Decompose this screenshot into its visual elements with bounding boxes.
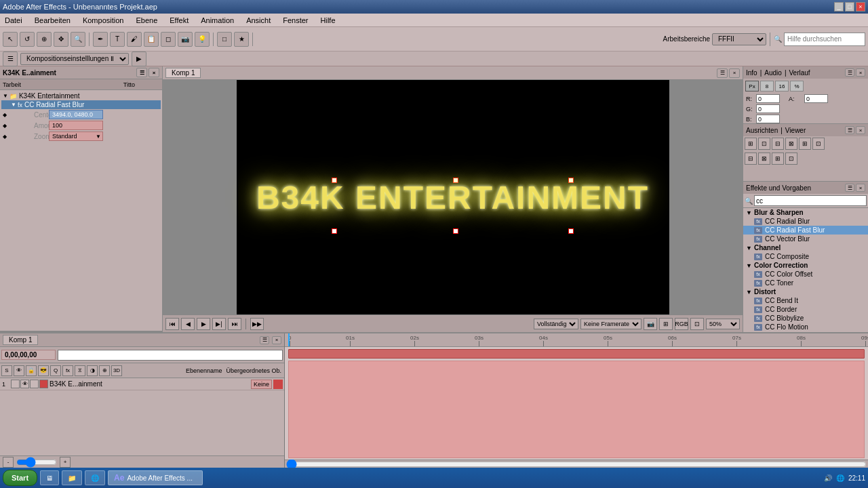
menu-effekt[interactable]: Effekt <box>167 16 191 25</box>
taskbar-item-1[interactable]: 🖥 <box>40 470 59 485</box>
color-mode-16[interactable]: 16 <box>775 81 789 92</box>
info-close-btn[interactable]: × <box>856 68 865 77</box>
category-blur-sharpen[interactable]: ▼ Blur & Sharpen <box>743 208 868 217</box>
maximize-button[interactable]: □ <box>845 2 854 12</box>
tl-zoom-out[interactable]: - <box>3 457 14 468</box>
effect-cc-color-offset[interactable]: fx CC Color Offset <box>743 270 868 279</box>
project-panel-menu[interactable]: ☰ <box>136 68 147 77</box>
align-right-btn[interactable]: ⊟ <box>772 138 784 150</box>
timeline-close-btn[interactable]: × <box>272 336 281 344</box>
timeline-scrollbar[interactable] <box>285 460 868 468</box>
btn-to-start[interactable]: ⏮ <box>165 318 179 330</box>
menu-bearbeiten[interactable]: Bearbeiten <box>33 16 73 25</box>
preview-canvas-container[interactable]: B34K ENTERTAINMENT <box>163 80 743 314</box>
tl-lock-btn[interactable]: 🔒 <box>26 365 37 376</box>
tool-eraser[interactable]: ◻ <box>161 32 176 47</box>
category-channel[interactable]: ▼ Channel <box>743 243 868 252</box>
timeline-menu-btn[interactable]: ☰ <box>260 336 269 344</box>
audio-tab[interactable]: Audio <box>764 69 782 77</box>
effects-close-btn[interactable]: × <box>856 184 865 192</box>
color-mode-px[interactable]: Px <box>745 81 759 92</box>
layer-1-name[interactable]: B34K E...ainment <box>48 380 251 388</box>
effect-cc-border[interactable]: fx CC Border <box>743 305 868 314</box>
tool-rotate[interactable]: ↺ <box>20 32 35 47</box>
color-a-input[interactable] <box>804 94 828 103</box>
menu-ebene[interactable]: Ebene <box>134 16 159 25</box>
start-button[interactable]: Start <box>3 470 37 486</box>
tl-hide-btn[interactable]: 👁 <box>14 365 24 376</box>
track-bar-main[interactable] <box>288 349 865 359</box>
align-menu-btn[interactable]: ☰ <box>845 126 854 134</box>
btn-channels[interactable]: RGB <box>675 318 688 330</box>
workspace-dropdown[interactable]: FFFII <box>712 33 766 45</box>
tl-3d-btn[interactable]: 3D <box>111 365 122 376</box>
tl-quality-btn[interactable]: Q <box>50 365 61 376</box>
tree-item-effect[interactable]: ▼ fx CC Radial Fast Blur <box>1 100 161 109</box>
layer-1-lock[interactable] <box>30 380 39 388</box>
value-center[interactable]: 3494.0, 0480.0 <box>49 110 103 119</box>
color-g-input[interactable] <box>756 104 780 113</box>
taskbar-item-2[interactable]: 📁 <box>62 470 82 485</box>
playhead[interactable] <box>288 333 290 346</box>
comp-arrow-btn[interactable]: ▶ <box>132 52 146 66</box>
effect-cc-toner[interactable]: fx CC Toner <box>743 279 868 287</box>
align-close-btn[interactable]: × <box>856 126 865 134</box>
menu-animation[interactable]: Animation <box>199 16 236 25</box>
align-tab[interactable]: Ausrichten <box>746 127 778 134</box>
distrib-h-btn[interactable]: ⊟ <box>745 152 757 165</box>
viewer-tab[interactable]: Viewer <box>785 127 806 134</box>
info-tab[interactable]: Info <box>746 69 757 77</box>
layer-1-solo[interactable] <box>11 380 20 388</box>
btn-prev-frame[interactable]: ◀ <box>181 318 195 330</box>
layer-1-color[interactable] <box>39 380 48 388</box>
tl-adjust-btn[interactable]: ⊕ <box>99 365 110 376</box>
effect-cc-radial-fast-blur[interactable]: fx CC Radial Fast Blur <box>743 226 868 235</box>
tl-shy-btn[interactable]: 😎 <box>38 365 49 376</box>
tool-move[interactable]: ✥ <box>54 32 68 47</box>
distrib-v2-btn[interactable]: ⊡ <box>785 152 797 165</box>
tool-star[interactable]: ★ <box>234 32 249 47</box>
align-center-v-btn[interactable]: ⊞ <box>799 138 811 150</box>
tl-solo-btn[interactable]: S <box>1 365 12 376</box>
tool-zoom[interactable]: 🔍 <box>71 32 85 47</box>
btn-next-frame[interactable]: ▶| <box>212 318 226 330</box>
timeline-scroll-slider[interactable] <box>286 462 867 467</box>
menu-hilfe[interactable]: Hilfe <box>319 16 338 25</box>
color-r-input[interactable] <box>756 94 780 103</box>
align-center-h-btn[interactable]: ⊡ <box>758 138 770 150</box>
value-zoom[interactable]: Standard ▼ <box>49 131 103 141</box>
tool-brush[interactable]: 🖌 <box>127 32 142 47</box>
project-panel-close[interactable]: × <box>149 68 159 77</box>
taskbar-item-3[interactable]: 🌐 <box>85 470 105 485</box>
btn-to-end[interactable]: ⏭ <box>228 318 241 330</box>
comp-tab-komp1[interactable]: Komp 1 <box>165 68 201 78</box>
tl-motion-blur-btn[interactable]: ◑ <box>87 365 98 376</box>
zoom-level-dropdown[interactable]: 50% 100% <box>706 319 740 329</box>
value-amount[interactable]: 100 <box>49 121 103 130</box>
tree-item-root[interactable]: ▼ 📁 K34K Entertainment <box>1 92 161 100</box>
distrib-h2-btn[interactable]: ⊞ <box>772 152 784 165</box>
effect-cc-radial-blur[interactable]: fx CC Radial Blur <box>743 217 868 226</box>
align-left-btn[interactable]: ⊞ <box>745 138 757 150</box>
effects-menu-btn[interactable]: ☰ <box>845 184 854 192</box>
color-mode-pct[interactable]: % <box>790 81 804 92</box>
title-bar-buttons[interactable]: _ □ × <box>834 2 865 12</box>
timeline-tab[interactable]: Komp 1 <box>3 335 38 345</box>
effect-cc-bend-it[interactable]: fx CC Bend It <box>743 296 868 305</box>
effect-cc-flo-motion[interactable]: fx CC Flo Motion <box>743 323 868 331</box>
distrib-v-btn[interactable]: ⊠ <box>758 152 770 165</box>
tool-rect[interactable]: □ <box>217 32 232 47</box>
tool-selection[interactable]: ↖ <box>3 32 18 47</box>
tl-zoom-in[interactable]: + <box>60 457 71 468</box>
taskbar-ae-item[interactable]: Ae Adobe After Effects ... <box>108 470 203 485</box>
menu-komposition[interactable]: Komposition <box>81 16 126 25</box>
viewer-close-btn[interactable]: × <box>729 68 740 78</box>
effect-cc-composite[interactable]: fx CC Composite <box>743 252 868 261</box>
timeline-zoom-slider[interactable] <box>16 460 57 465</box>
timeline-search-input[interactable] <box>58 350 283 361</box>
btn-grid[interactable]: ⊞ <box>659 318 673 330</box>
comp-menu-btn[interactable]: ☰ <box>3 52 18 66</box>
layer-1-mode[interactable]: Keine <box>251 380 272 389</box>
category-color-correction[interactable]: ▼ Color Correction <box>743 261 868 270</box>
tool-camera[interactable]: 📷 <box>178 32 193 47</box>
